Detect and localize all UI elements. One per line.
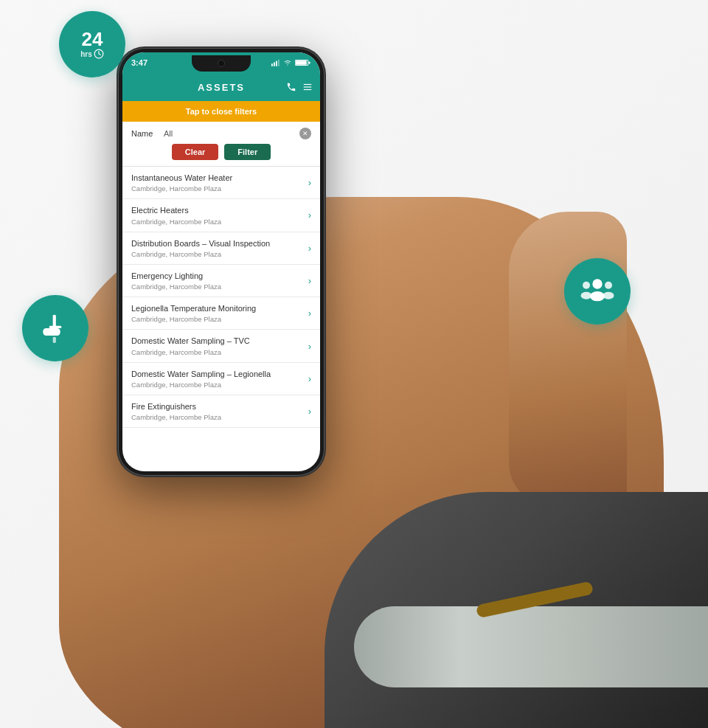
- status-time: 3:47: [131, 58, 148, 67]
- asset-item[interactable]: Electric Heaters Cambridge, Harcombe Pla…: [122, 199, 320, 232]
- asset-chevron-icon: ›: [308, 275, 311, 286]
- svg-rect-9: [43, 328, 60, 336]
- asset-name: Instantaneous Water Heater: [131, 173, 304, 183]
- icon-24-number: 24: [82, 30, 103, 49]
- svg-rect-14: [278, 60, 280, 66]
- svg-rect-11: [271, 63, 273, 66]
- icon-24-sublabel: hrs: [80, 49, 104, 59]
- finger-shape: [509, 212, 627, 507]
- asset-info: Domestic Water Sampling – Legionella Cam…: [131, 369, 304, 389]
- cuff-shape: [354, 606, 708, 687]
- asset-item[interactable]: Instantaneous Water Heater Cambridge, Ha…: [122, 167, 320, 199]
- battery-icon: [295, 59, 311, 66]
- asset-item[interactable]: Fire Extinguishers Cambridge, Harcombe P…: [122, 395, 320, 428]
- svg-rect-10: [53, 337, 56, 343]
- asset-chevron-icon: ›: [308, 406, 311, 417]
- asset-name: Legionella Temperature Monitoring: [131, 303, 304, 313]
- hand-background: [0, 0, 708, 728]
- svg-point-6: [603, 292, 614, 299]
- filter-banner[interactable]: Tap to close filters: [122, 101, 320, 122]
- asset-location: Cambridge, Harcombe Plaza: [131, 282, 304, 291]
- svg-rect-16: [296, 60, 307, 65]
- asset-info: Distribution Boards – Visual Inspection …: [131, 238, 304, 258]
- filter-area: Name All ✕ Clear Filter: [122, 122, 320, 167]
- filter-label: Name: [131, 129, 161, 138]
- svg-rect-20: [304, 89, 312, 90]
- asset-item[interactable]: Domestic Water Sampling – Legionella Cam…: [122, 363, 320, 395]
- filter-buttons: Clear Filter: [131, 144, 311, 160]
- asset-info: Domestic Water Sampling – TVC Cambridge,…: [131, 336, 304, 356]
- asset-item[interactable]: Distribution Boards – Visual Inspection …: [122, 232, 320, 265]
- svg-rect-12: [274, 62, 275, 66]
- wifi-icon: [283, 59, 292, 66]
- svg-point-2: [590, 291, 605, 301]
- asset-chevron-icon: ›: [308, 308, 311, 319]
- asset-chevron-icon: ›: [308, 373, 311, 384]
- asset-info: Electric Heaters Cambridge, Harcombe Pla…: [131, 205, 304, 225]
- float-icon-24hr: 24 hrs: [59, 11, 125, 77]
- asset-location: Cambridge, Harcombe Plaza: [131, 184, 304, 193]
- asset-info: Instantaneous Water Heater Cambridge, Ha…: [131, 173, 304, 193]
- asset-item[interactable]: Emergency Lighting Cambridge, Harcombe P…: [122, 265, 320, 297]
- app-header-title: ASSETS: [198, 82, 245, 93]
- svg-point-4: [581, 292, 592, 299]
- asset-location: Cambridge, Harcombe Plaza: [131, 218, 304, 226]
- status-icons: [271, 59, 311, 66]
- asset-name: Fire Extinguishers: [131, 401, 304, 412]
- svg-rect-8: [49, 326, 62, 328]
- asset-chevron-icon: ›: [308, 209, 311, 221]
- header-icons: [286, 82, 313, 92]
- phone-screen: 3:47: [122, 52, 320, 471]
- svg-point-3: [583, 282, 590, 289]
- app-header: ASSETS: [122, 73, 320, 101]
- asset-location: Cambridge, Harcombe Plaza: [131, 348, 304, 356]
- filter-banner-text: Tap to close filters: [186, 107, 257, 116]
- filter-button[interactable]: Filter: [224, 144, 271, 160]
- asset-item[interactable]: Legionella Temperature Monitoring Cambri…: [122, 297, 320, 330]
- asset-name: Domestic Water Sampling – Legionella: [131, 369, 304, 379]
- signal-icon: [271, 59, 280, 66]
- clear-button[interactable]: Clear: [172, 144, 219, 160]
- asset-name: Distribution Boards – Visual Inspection: [131, 238, 304, 249]
- phone-body: 3:47: [118, 48, 324, 476]
- svg-rect-17: [309, 62, 310, 64]
- asset-chevron-icon: ›: [308, 177, 311, 188]
- asset-name: Domestic Water Sampling – TVC: [131, 336, 304, 346]
- menu-icon[interactable]: [302, 82, 313, 92]
- asset-info: Emergency Lighting Cambridge, Harcombe P…: [131, 271, 304, 291]
- float-icon-team: [564, 258, 631, 325]
- asset-info: Legionella Temperature Monitoring Cambri…: [131, 303, 304, 323]
- float-icon-paint: [22, 295, 88, 361]
- phone-device: 3:47: [118, 48, 324, 476]
- scene-background: 24 hrs: [0, 0, 708, 728]
- asset-chevron-icon: ›: [308, 341, 311, 352]
- asset-location: Cambridge, Harcombe Plaza: [131, 250, 304, 258]
- svg-rect-13: [276, 61, 277, 66]
- asset-location: Cambridge, Harcombe Plaza: [131, 413, 304, 421]
- asset-name: Electric Heaters: [131, 205, 304, 215]
- call-icon[interactable]: [286, 82, 296, 92]
- asset-list: Instantaneous Water Heater Cambridge, Ha…: [122, 167, 320, 465]
- asset-chevron-icon: ›: [308, 243, 311, 254]
- svg-point-1: [592, 279, 602, 288]
- phone-notch: [192, 55, 251, 72]
- filter-clear-x-icon[interactable]: ✕: [299, 128, 311, 139]
- filter-row: Name All ✕: [131, 128, 311, 139]
- asset-location: Cambridge, Harcombe Plaza: [131, 381, 304, 389]
- asset-info: Fire Extinguishers Cambridge, Harcombe P…: [131, 401, 304, 421]
- camera-dot: [218, 60, 225, 67]
- filter-value: All: [161, 128, 299, 139]
- asset-item[interactable]: Domestic Water Sampling – TVC Cambridge,…: [122, 330, 320, 362]
- svg-point-5: [605, 282, 612, 289]
- svg-rect-18: [304, 84, 312, 85]
- asset-location: Cambridge, Harcombe Plaza: [131, 315, 304, 323]
- svg-rect-19: [304, 86, 312, 87]
- asset-name: Emergency Lighting: [131, 271, 304, 281]
